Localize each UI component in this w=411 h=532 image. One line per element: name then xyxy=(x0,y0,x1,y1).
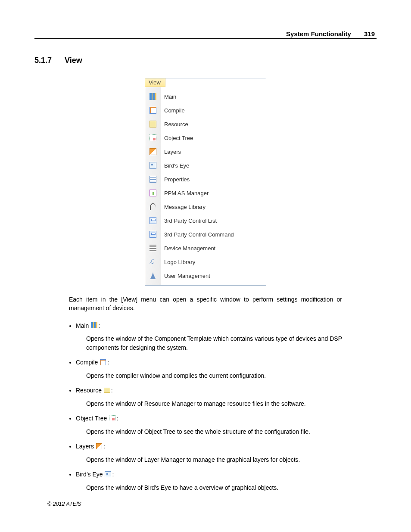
list-item: Object Tree : Opens the window of Object… xyxy=(76,415,342,436)
list-item: Main : Opens the window of the Component… xyxy=(76,322,342,352)
menu-item-3rd-party-control-command[interactable]: 3rd Party Control Command xyxy=(161,227,266,241)
item-description: Opens the window of Bird's Eye to have a… xyxy=(86,483,342,492)
section-title: View xyxy=(65,56,82,65)
menu-item-message-library[interactable]: Message Library xyxy=(161,200,266,214)
menu-item-ppm-as-manager[interactable]: PPM AS Manager xyxy=(161,186,266,200)
third-party-control-command-icon xyxy=(149,230,157,238)
menu-item-resource[interactable]: Resource xyxy=(161,117,266,131)
menu-item-device-management[interactable]: Device Management xyxy=(161,241,266,255)
menu-labels: Main Compile Resource Object Tree Layers… xyxy=(161,87,266,285)
item-description: Opens the window of Resource Manager to … xyxy=(86,399,342,408)
section-heading: 5.1.7 View xyxy=(34,56,377,65)
menu-item-layers[interactable]: Layers xyxy=(161,145,266,159)
menu-item-logo-library[interactable]: Logo Library xyxy=(161,255,266,269)
message-library-icon xyxy=(149,203,157,211)
item-description: Opens the window of the Component Templa… xyxy=(86,334,342,352)
item-description: Opens the compiler window and compiles t… xyxy=(86,371,342,380)
ppm-as-manager-icon xyxy=(149,189,157,197)
list-item: Resource : Opens the window of Resource … xyxy=(76,387,342,408)
list-item: Layers : Opens the window of Layer Manag… xyxy=(76,443,342,464)
menu-item-object-tree[interactable]: Object Tree xyxy=(161,131,266,145)
item-description: Opens the window of Layer Manager to man… xyxy=(86,455,342,464)
item-description: Opens the window of Object Tree to see t… xyxy=(86,427,342,436)
item-label: Compile xyxy=(76,359,98,366)
item-label: Layers xyxy=(76,443,94,450)
menu-title-bar: View xyxy=(145,78,266,87)
menu-title[interactable]: View xyxy=(145,78,165,87)
item-label: Object Tree xyxy=(76,415,107,422)
menu-item-3rd-party-control-list[interactable]: 3rd Party Control List xyxy=(161,214,266,227)
user-management-icon xyxy=(149,272,157,280)
header-chapter: System Functionality xyxy=(286,30,364,37)
page-header: System Functionality 319 xyxy=(34,30,377,39)
device-management-icon xyxy=(149,244,157,252)
logo-library-icon: ℒ xyxy=(149,258,157,266)
bullet-list: Main : Opens the window of the Component… xyxy=(76,322,342,492)
view-menu-screenshot: View ℒ Main Compile xyxy=(145,78,266,286)
object-tree-icon xyxy=(149,134,157,142)
header-page-number: 319 xyxy=(364,30,377,37)
menu-item-birds-eye[interactable]: Bird's Eye xyxy=(161,159,266,172)
menu-item-user-management[interactable]: User Management xyxy=(161,269,266,283)
list-item: Compile : Opens the compiler window and … xyxy=(76,359,342,380)
item-label: Resource xyxy=(76,387,102,394)
menu-item-main[interactable]: Main xyxy=(161,90,266,103)
menu-icon-strip: ℒ xyxy=(145,87,161,285)
properties-icon xyxy=(149,175,157,183)
object-tree-icon xyxy=(109,415,116,422)
list-item: Bird's Eye : Opens the window of Bird's … xyxy=(76,471,342,492)
intro-paragraph: Each item in the [View] menu can open a … xyxy=(69,295,342,313)
layers-icon xyxy=(96,443,103,450)
birds-eye-icon xyxy=(149,162,157,169)
main-icon xyxy=(91,322,98,329)
resource-icon xyxy=(104,387,111,394)
item-label: Main xyxy=(76,322,89,329)
menu-item-compile[interactable]: Compile xyxy=(161,103,266,117)
compile-icon xyxy=(149,106,157,114)
item-label: Bird's Eye xyxy=(76,471,103,478)
compile-icon xyxy=(100,359,107,366)
main-icon xyxy=(149,93,157,100)
section-number: 5.1.7 xyxy=(34,56,52,65)
resource-icon xyxy=(149,120,157,128)
page-footer: © 2012 ATEÏS xyxy=(47,499,377,507)
layers-icon xyxy=(149,148,157,156)
birds-eye-icon xyxy=(105,471,112,478)
third-party-control-list-icon xyxy=(149,217,157,224)
menu-item-properties[interactable]: Properties xyxy=(161,172,266,186)
